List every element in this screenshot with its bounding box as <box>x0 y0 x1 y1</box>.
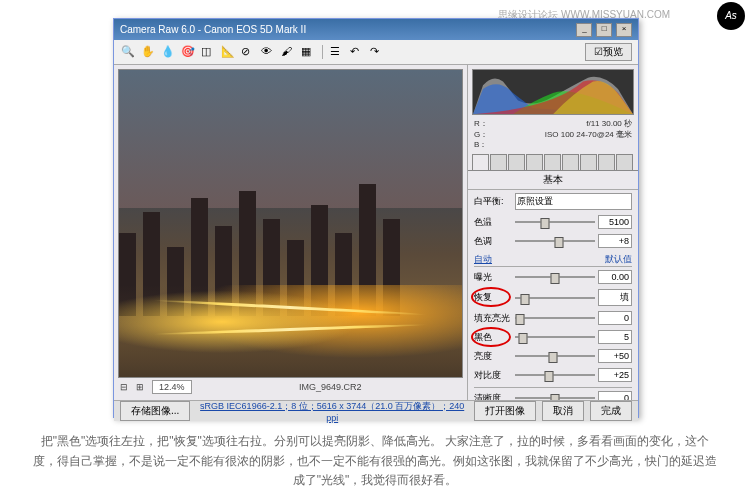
preview-toggle[interactable]: ☑预览 <box>585 43 632 61</box>
lens-tab[interactable] <box>562 154 579 170</box>
preview-panel: ⊟ ⊞ 12.4% IMG_9649.CR2 <box>114 65 467 400</box>
brightness-slider[interactable] <box>515 351 595 361</box>
adjustments-panel: R：f/11 30.00 秒 G：ISO 100 24-70@24 毫米 B： … <box>467 65 638 400</box>
brightness-value[interactable]: +50 <box>598 349 632 363</box>
rotate-ccw-icon[interactable]: ↶ <box>349 44 365 60</box>
toolbar: 🔍 ✋ 💧 🎯 ◫ 📐 ⊘ 👁 🖌 ▦ ☰ ↶ ↷ ☑预览 <box>114 40 638 65</box>
exposure-slider[interactable] <box>515 272 595 282</box>
prefs-icon[interactable]: ☰ <box>329 44 345 60</box>
save-button[interactable]: 存储图像... <box>120 401 190 421</box>
contrast-value[interactable]: +25 <box>598 368 632 382</box>
window-controls: _ □ × <box>575 22 632 37</box>
zoom-tool-icon[interactable]: 🔍 <box>120 44 136 60</box>
tint-slider[interactable] <box>515 236 595 246</box>
window-title: Camera Raw 6.0 - Canon EOS 5D Mark II <box>120 24 306 35</box>
black-slider[interactable] <box>515 332 595 342</box>
black-value[interactable]: 5 <box>598 330 632 344</box>
clarity-slider[interactable] <box>515 393 595 400</box>
close-button[interactable]: × <box>616 23 632 37</box>
temp-value[interactable]: 5100 <box>598 215 632 229</box>
straighten-icon[interactable]: 📐 <box>220 44 236 60</box>
panel-title: 基本 <box>468 171 638 190</box>
zoom-minus[interactable]: ⊟ <box>120 382 128 392</box>
wb-label: 白平衡: <box>474 195 512 208</box>
filename: IMG_9649.CR2 <box>200 382 461 392</box>
fill-value[interactable]: 0 <box>598 311 632 325</box>
zoom-level[interactable]: 12.4% <box>152 380 192 394</box>
brush-tool-icon[interactable]: 🖌 <box>280 44 296 60</box>
gradient-tool-icon[interactable]: ▦ <box>300 44 316 60</box>
brightness-label: 亮度 <box>474 350 512 363</box>
wb-select[interactable]: 原照设置 <box>515 193 632 210</box>
exposure-label: 曝光 <box>474 271 512 284</box>
maximize-button[interactable]: □ <box>596 23 612 37</box>
fill-label: 填充亮光 <box>474 312 512 325</box>
titlebar: Camera Raw 6.0 - Canon EOS 5D Mark II _ … <box>114 19 638 40</box>
clarity-value[interactable]: 0 <box>598 391 632 400</box>
hsl-tab[interactable] <box>526 154 543 170</box>
crop-tool-icon[interactable]: ◫ <box>200 44 216 60</box>
temp-label: 色温 <box>474 216 512 229</box>
contrast-label: 对比度 <box>474 369 512 382</box>
tint-value[interactable]: +8 <box>598 234 632 248</box>
black-label: 黑色 <box>474 331 512 344</box>
histogram[interactable] <box>472 69 634 115</box>
site-logo: As <box>717 2 745 30</box>
temp-slider[interactable] <box>515 217 595 227</box>
done-button[interactable]: 完成 <box>590 401 632 421</box>
minimize-button[interactable]: _ <box>576 23 592 37</box>
tutorial-caption: 把"黑色"选项往左拉，把"恢复"选项往右拉。分别可以提亮阴影、降低高光。 大家注… <box>0 432 750 490</box>
default-link[interactable]: 默认值 <box>605 253 632 266</box>
redeye-tool-icon[interactable]: 👁 <box>260 44 276 60</box>
wb-tool-icon[interactable]: 💧 <box>160 44 176 60</box>
presets-tab[interactable] <box>616 154 633 170</box>
detail-tab[interactable] <box>508 154 525 170</box>
tint-label: 色调 <box>474 235 512 248</box>
split-tab[interactable] <box>544 154 561 170</box>
hand-tool-icon[interactable]: ✋ <box>140 44 156 60</box>
fill-slider[interactable] <box>515 313 595 323</box>
clarity-label: 清晰度 <box>474 392 512 400</box>
auto-link[interactable]: 自动 <box>474 253 492 266</box>
recovery-value[interactable]: 填 <box>598 289 632 306</box>
image-preview[interactable] <box>118 69 463 378</box>
open-button[interactable]: 打开图像 <box>474 401 536 421</box>
calib-tab[interactable] <box>598 154 615 170</box>
camera-raw-window: Camera Raw 6.0 - Canon EOS 5D Mark II _ … <box>113 18 639 418</box>
fx-tab[interactable] <box>580 154 597 170</box>
curve-tab[interactable] <box>490 154 507 170</box>
cancel-button[interactable]: 取消 <box>542 401 584 421</box>
recovery-label: 恢复 <box>474 291 512 304</box>
rotate-cw-icon[interactable]: ↷ <box>369 44 385 60</box>
exposure-value[interactable]: 0.00 <box>598 270 632 284</box>
contrast-slider[interactable] <box>515 370 595 380</box>
recovery-slider[interactable] <box>515 293 595 303</box>
basic-tab[interactable] <box>472 154 489 170</box>
color-sampler-icon[interactable]: 🎯 <box>180 44 196 60</box>
workflow-link[interactable]: sRGB IEC61966-2.1；8 位；5616 x 3744（21.0 百… <box>196 400 468 423</box>
exif-info: R：f/11 30.00 秒 G：ISO 100 24-70@24 毫米 B： <box>468 119 638 154</box>
panel-tabs <box>468 154 638 171</box>
spot-tool-icon[interactable]: ⊘ <box>240 44 256 60</box>
zoom-plus[interactable]: ⊞ <box>136 382 144 392</box>
